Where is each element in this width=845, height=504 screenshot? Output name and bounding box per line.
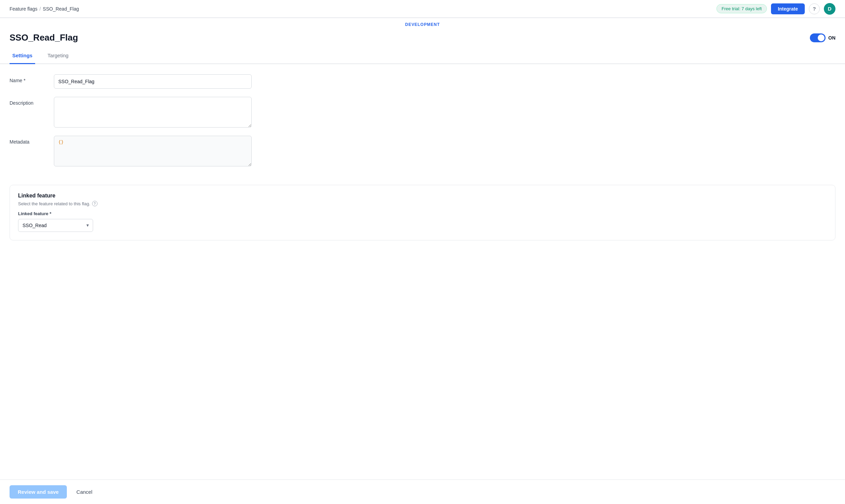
- linked-feature-description: Select the feature related to this flag.…: [18, 201, 827, 206]
- breadcrumb-current: SSO_Read_Flag: [43, 6, 79, 12]
- linked-feature-label: Linked feature *: [18, 211, 827, 216]
- metadata-row: Metadata {}: [10, 136, 835, 166]
- toggle-label: ON: [828, 35, 835, 41]
- name-label: Name *: [10, 74, 47, 83]
- name-input[interactable]: [54, 74, 252, 89]
- description-label: Description: [10, 97, 47, 106]
- toggle-thumb: [818, 34, 825, 41]
- description-input[interactable]: [54, 97, 252, 128]
- avatar[interactable]: D: [824, 3, 835, 15]
- free-trial-badge: Free trial: 7 days left: [716, 4, 767, 13]
- page-header: SSO_Read_Flag ON: [0, 29, 845, 48]
- description-row: Description: [10, 97, 835, 128]
- question-mark-icon: ?: [813, 6, 816, 12]
- name-row: Name *: [10, 74, 835, 89]
- linked-feature-card: Linked feature Select the feature relate…: [10, 185, 835, 240]
- flag-toggle[interactable]: [810, 33, 826, 42]
- linked-feature-select-wrapper: SSO_Read SSO_Write SSO_Admin ▼: [18, 219, 93, 232]
- environment-badge: DEVELOPMENT: [405, 22, 440, 27]
- toggle-wrapper: ON: [810, 33, 835, 42]
- page-title: SSO_Read_Flag: [10, 32, 78, 43]
- integrate-button[interactable]: Integrate: [771, 3, 805, 14]
- breadcrumb-separator: /: [40, 6, 41, 12]
- breadcrumb-parent-link[interactable]: Feature flags: [10, 6, 38, 12]
- linked-feature-title: Linked feature: [18, 193, 827, 199]
- form-content: Name * Description Metadata {}: [0, 64, 845, 181]
- tabs-bar: Settings Targeting: [0, 48, 845, 64]
- nav-right: Free trial: 7 days left Integrate ? D: [716, 3, 835, 15]
- linked-feature-select[interactable]: SSO_Read SSO_Write SSO_Admin: [18, 219, 93, 232]
- help-icon-button[interactable]: ?: [809, 3, 820, 14]
- tab-settings[interactable]: Settings: [10, 48, 35, 64]
- metadata-label: Metadata: [10, 136, 47, 145]
- metadata-input[interactable]: {}: [54, 136, 252, 166]
- env-bar: DEVELOPMENT: [0, 18, 845, 29]
- top-nav: Feature flags / SSO_Read_Flag Free trial…: [0, 0, 845, 18]
- breadcrumb: Feature flags / SSO_Read_Flag: [10, 6, 79, 12]
- tab-targeting[interactable]: Targeting: [45, 48, 71, 64]
- linked-feature-help-icon[interactable]: ?: [92, 201, 98, 206]
